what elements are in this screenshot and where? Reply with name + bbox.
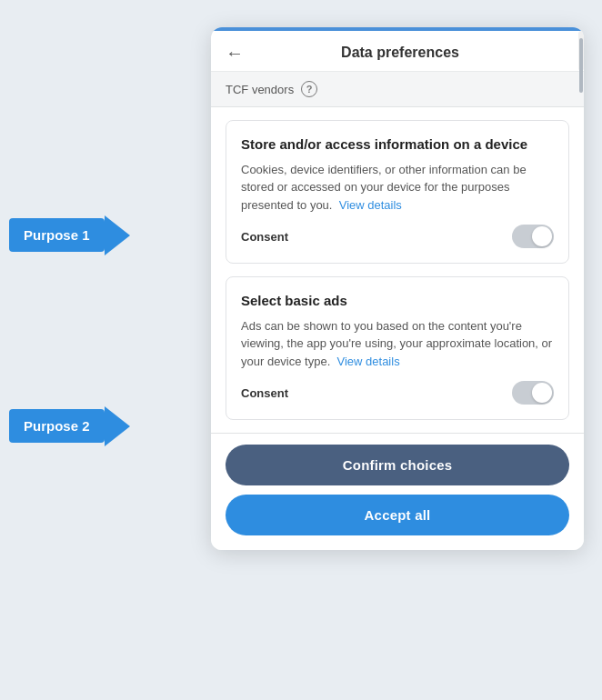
purpose-1-desc: Cookies, device identifiers, or other in… bbox=[241, 161, 554, 215]
purpose-2-arrow: Purpose 2 bbox=[9, 409, 105, 443]
purpose-2-desc: Ads can be shown to you based on the con… bbox=[241, 317, 554, 371]
purpose-1-consent-label: Consent bbox=[241, 230, 288, 244]
modal-card: ← Data preferences TCF vendors ? Store a… bbox=[211, 27, 584, 550]
tcf-help-icon[interactable]: ? bbox=[301, 81, 317, 97]
modal-title: Data preferences bbox=[253, 45, 569, 61]
tcf-vendors-row: TCF vendors ? bbox=[211, 72, 584, 107]
purpose-1-view-details-link[interactable]: View details bbox=[339, 198, 402, 212]
modal-scroll-area[interactable]: Store and/or access information on a dev… bbox=[211, 107, 584, 433]
purpose-2-card: Select basic ads Ads can be shown to you… bbox=[226, 276, 569, 420]
purpose-1-label: Purpose 1 bbox=[9, 218, 105, 252]
purpose-1-toggle[interactable] bbox=[512, 225, 554, 248]
purpose-2-view-details-link[interactable]: View details bbox=[337, 355, 400, 368]
modal-header: ← Data preferences bbox=[211, 31, 584, 72]
modal-footer: Confirm choices Accept all bbox=[211, 433, 584, 550]
accept-all-button[interactable]: Accept all bbox=[226, 495, 569, 535]
purpose-2-title: Select basic ads bbox=[241, 292, 554, 310]
purpose-2-toggle[interactable] bbox=[512, 381, 554, 405]
purpose-1-title: Store and/or access information on a dev… bbox=[241, 135, 554, 154]
back-button[interactable]: ← bbox=[226, 44, 253, 62]
purpose-1-toggle-knob bbox=[532, 226, 552, 246]
confirm-choices-button[interactable]: Confirm choices bbox=[226, 445, 569, 485]
scrollbar-thumb bbox=[579, 38, 583, 93]
purpose-2-toggle-knob bbox=[532, 383, 552, 403]
tcf-vendors-label: TCF vendors bbox=[226, 83, 294, 96]
outer-wrapper: Purpose 1 Purpose 2 ← Data preferences T… bbox=[0, 18, 602, 700]
scrollbar-track bbox=[578, 31, 584, 71]
purpose-1-card: Store and/or access information on a dev… bbox=[226, 120, 569, 264]
purpose-2-label: Purpose 2 bbox=[9, 409, 105, 443]
purpose-2-consent-row: Consent bbox=[241, 381, 554, 405]
purpose-2-consent-label: Consent bbox=[241, 386, 288, 400]
purpose-1-arrow: Purpose 1 bbox=[9, 218, 105, 252]
purpose-1-consent-row: Consent bbox=[241, 225, 554, 248]
